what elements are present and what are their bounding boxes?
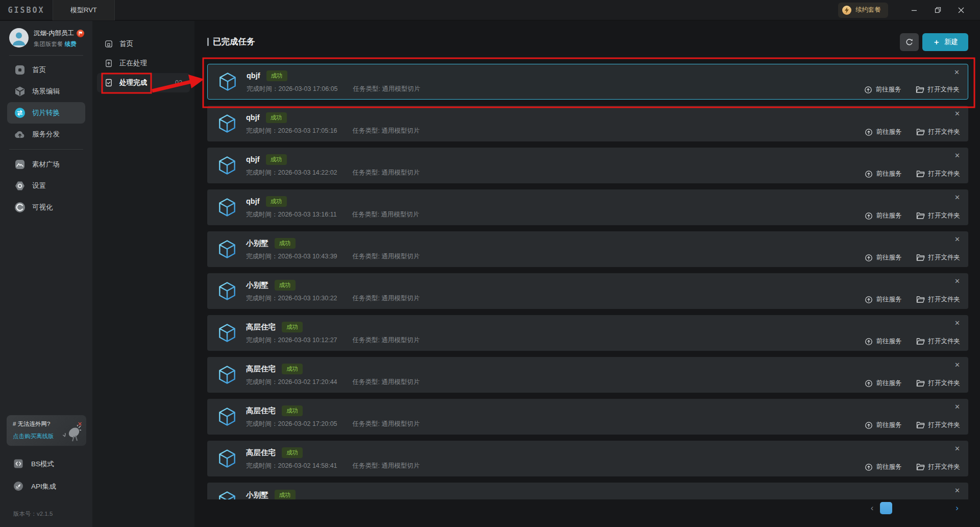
- open-folder-button[interactable]: 打开文件夹: [916, 463, 961, 471]
- model-cube-icon: [219, 72, 236, 91]
- avatar[interactable]: [9, 28, 29, 47]
- task-card[interactable]: 高层住宅 成功 完成时间：2026-03-02 14:58:41任务类型: 通用…: [207, 441, 968, 476]
- tab-model-rvt[interactable]: 模型RVT: [53, 0, 115, 20]
- task-finish-time: 完成时间：2026-03-03 13:16:11: [246, 211, 337, 218]
- task-finish-time: 完成时间：2026-03-03 10:30:22: [246, 295, 337, 302]
- go-service-button[interactable]: 前往服务: [864, 85, 901, 94]
- sidebar-item-slice-convert[interactable]: 切片转换: [7, 102, 85, 124]
- task-card[interactable]: 高层住宅 成功 完成时间：2026-03-02 17:20:44任务类型: 通用…: [207, 357, 968, 393]
- task-card[interactable]: 小别墅 成功 ✕ 前往服务: [207, 483, 968, 499]
- task-finish-time: 完成时间：2026-03-02 17:20:05: [246, 420, 337, 427]
- open-folder-label: 打开文件夹: [928, 295, 961, 304]
- task-info: qbjf 成功 完成时间：2026-03-03 17:05:16任务类型: 通用…: [246, 112, 420, 135]
- subsidebar-item-done[interactable]: 处理完成 02: [97, 73, 190, 92]
- task-close-icon[interactable]: ✕: [954, 487, 960, 494]
- close-window-icon[interactable]: [949, 0, 973, 20]
- next-page-icon[interactable]: ›: [955, 504, 959, 513]
- renew-plan-button[interactable]: 续约套餐: [838, 3, 888, 18]
- task-card[interactable]: qbjf 成功 完成时间：2026-03-03 17:05:16任务类型: 通用…: [207, 106, 968, 141]
- minimize-icon[interactable]: [902, 0, 926, 20]
- task-actions: 前往服务 打开文件夹: [864, 85, 960, 94]
- sidebar-item-home[interactable]: 首页: [7, 59, 85, 81]
- task-actions: 前往服务 打开文件夹: [865, 337, 961, 346]
- go-service-button[interactable]: 前往服务: [865, 337, 902, 346]
- task-close-icon[interactable]: ✕: [954, 278, 960, 284]
- task-type: 任务类型: 通用模型切片: [353, 420, 420, 427]
- sidebar-item-material-market[interactable]: 素材广场: [7, 154, 85, 175]
- sidebar-item-label: 切片转换: [32, 108, 60, 117]
- task-close-icon[interactable]: ✕: [954, 69, 960, 76]
- sidebar-item-service-distribute[interactable]: 服务分发: [7, 124, 85, 145]
- model-cube-icon: [218, 491, 236, 499]
- sidebar-item-scene-edit[interactable]: 场景编辑: [7, 81, 85, 102]
- open-folder-label: 打开文件夹: [928, 337, 961, 346]
- task-close-icon[interactable]: ✕: [954, 362, 960, 368]
- refresh-button[interactable]: [900, 33, 919, 51]
- go-service-button[interactable]: 前往服务: [865, 170, 902, 178]
- open-folder-button[interactable]: 打开文件夹: [916, 128, 961, 136]
- open-folder-label: 打开文件夹: [928, 85, 960, 94]
- renew-fee-link[interactable]: 续费: [65, 41, 77, 47]
- upload-circle-icon: [865, 338, 873, 346]
- open-folder-button[interactable]: 打开文件夹: [916, 295, 961, 304]
- lightning-icon: [842, 6, 851, 15]
- model-cube-icon: [218, 114, 236, 133]
- open-folder-button[interactable]: 打开文件夹: [916, 253, 961, 262]
- task-card[interactable]: qbjf 成功 完成时间：2026-03-03 13:16:11任务类型: 通用…: [207, 189, 968, 225]
- open-folder-button[interactable]: 打开文件夹: [916, 170, 961, 178]
- go-service-button[interactable]: 前往服务: [865, 421, 902, 429]
- task-close-icon[interactable]: ✕: [954, 445, 960, 452]
- window-controls: [902, 0, 973, 20]
- go-service-button[interactable]: 前往服务: [865, 128, 902, 136]
- task-close-icon[interactable]: ✕: [954, 403, 960, 410]
- task-card[interactable]: qbjf 成功 完成时间：2026-03-03 17:06:05任务类型: 通用…: [207, 64, 968, 100]
- task-close-icon[interactable]: ✕: [954, 110, 960, 117]
- task-card[interactable]: 高层住宅 成功 完成时间：2026-03-02 17:20:05任务类型: 通用…: [207, 399, 968, 435]
- go-service-button[interactable]: 前往服务: [865, 379, 902, 388]
- page-button[interactable]: [918, 502, 930, 514]
- new-task-button[interactable]: ＋ 新建: [922, 33, 968, 51]
- task-card[interactable]: 高层住宅 成功 完成时间：2026-03-03 10:12:27任务类型: 通用…: [207, 315, 968, 351]
- page-button[interactable]: [880, 502, 892, 514]
- task-type: 任务类型: 通用模型切片: [352, 211, 420, 218]
- rocket-icon: [13, 481, 23, 493]
- task-close-icon[interactable]: ✕: [954, 320, 960, 326]
- sidebar-item-bs-mode[interactable]: BS模式: [0, 453, 92, 475]
- go-service-button[interactable]: 前往服务: [865, 211, 902, 220]
- open-folder-button[interactable]: 打开文件夹: [916, 85, 960, 94]
- task-info: 高层住宅 成功 完成时间：2026-03-02 14:58:41任务类型: 通用…: [246, 447, 420, 470]
- task-close-icon[interactable]: ✕: [954, 194, 960, 201]
- page-button[interactable]: [937, 502, 949, 514]
- task-card[interactable]: 小别墅 成功 完成时间：2026-03-03 10:30:22任务类型: 通用模…: [207, 273, 968, 309]
- go-service-button[interactable]: 前往服务: [865, 295, 902, 304]
- prev-page-icon[interactable]: ‹: [871, 504, 874, 513]
- page-button[interactable]: [899, 502, 911, 514]
- task-card[interactable]: qbjf 成功 完成时间：2026-03-03 14:22:02任务类型: 通用…: [207, 148, 968, 183]
- restore-icon[interactable]: [926, 0, 949, 20]
- task-close-icon[interactable]: ✕: [954, 236, 960, 243]
- open-folder-button[interactable]: 打开文件夹: [916, 421, 961, 429]
- go-service-button[interactable]: 前往服务: [865, 463, 902, 471]
- subsidebar-item-home[interactable]: 首页: [97, 34, 190, 54]
- task-type: 任务类型: 通用模型切片: [353, 127, 420, 134]
- open-folder-label: 打开文件夹: [928, 463, 961, 471]
- sidebar-item-visualization[interactable]: 可视化: [7, 197, 85, 218]
- satellite-dish-icon: [62, 419, 85, 446]
- open-folder-button[interactable]: 打开文件夹: [916, 379, 961, 388]
- sidebar-item-api-integration[interactable]: API集成: [0, 475, 92, 498]
- status-badge: 成功: [275, 490, 296, 499]
- task-close-icon[interactable]: ✕: [954, 152, 960, 159]
- task-type: 任务类型: 通用模型切片: [353, 295, 420, 302]
- task-type: 任务类型: 通用模型切片: [353, 169, 420, 176]
- subsidebar-item-processing[interactable]: 正在处理: [97, 54, 190, 73]
- version-label: 版本号：v2.1.5: [13, 510, 53, 518]
- open-folder-button[interactable]: 打开文件夹: [916, 337, 961, 346]
- task-list: qbjf 成功 完成时间：2026-03-03 17:06:05任务类型: 通用…: [207, 64, 968, 499]
- task-card[interactable]: 小别墅 成功 完成时间：2026-03-03 10:43:39任务类型: 通用模…: [207, 231, 968, 267]
- task-finish-time: 完成时间：2026-03-03 10:12:27: [246, 337, 337, 344]
- go-service-button[interactable]: 前往服务: [865, 253, 902, 262]
- open-folder-button[interactable]: 打开文件夹: [916, 211, 961, 220]
- sidebar-item-label: API集成: [31, 482, 56, 491]
- new-task-label: 新建: [944, 37, 958, 46]
- sidebar-item-settings[interactable]: 设置: [7, 175, 85, 197]
